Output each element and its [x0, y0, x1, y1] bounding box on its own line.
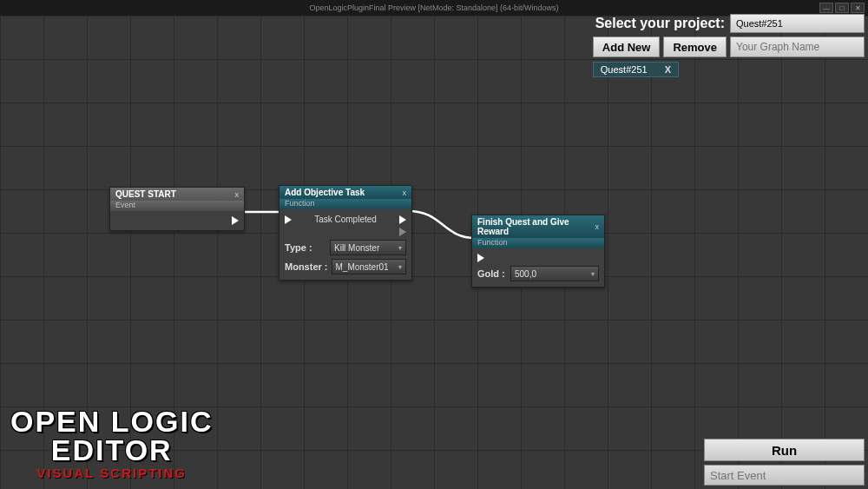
remove-button[interactable]: Remove: [663, 36, 727, 57]
close-button[interactable]: ✕: [851, 3, 865, 13]
node-title: Finish Quest and Give Reward: [477, 217, 595, 236]
start-event-input[interactable]: [704, 465, 865, 486]
tag-label: Quest#251: [601, 64, 648, 75]
field-label: Gold :: [477, 268, 507, 279]
logo: OPEN LOGIC EDITOR VISUAL SCRIPTING: [10, 407, 213, 480]
exec-in-pin[interactable]: [477, 254, 484, 262]
titlebar-text: OpenLogicPluginFinal Preview [NetMode: S…: [309, 3, 558, 12]
maximize-button[interactable]: □: [835, 3, 849, 13]
add-new-button[interactable]: Add New: [593, 36, 661, 57]
node-header[interactable]: QUEST START x: [110, 188, 244, 201]
run-button[interactable]: Run: [704, 439, 865, 461]
minimize-button[interactable]: —: [819, 3, 833, 13]
close-icon[interactable]: x: [595, 222, 600, 231]
field-monster: Monster : M_Monster01: [285, 257, 406, 276]
type-select[interactable]: Kill Monster: [330, 240, 406, 255]
close-icon[interactable]: x: [235, 190, 240, 199]
logo-line1: OPEN LOGIC: [10, 407, 213, 435]
graph-name-input[interactable]: [730, 36, 865, 57]
node-add-objective-task[interactable]: Add Objective Task x Function Task Compl…: [279, 185, 412, 281]
field-type: Type : Kill Monster: [285, 238, 406, 257]
project-input[interactable]: [730, 14, 865, 33]
select-project-label: Select your project:: [595, 16, 725, 31]
node-quest-start[interactable]: QUEST START x Event: [109, 187, 245, 231]
window-controls: — □ ✕: [819, 3, 865, 13]
node-finish-quest[interactable]: Finish Quest and Give Reward x Function …: [471, 215, 605, 287]
logo-subtitle: VISUAL SCRIPTING: [10, 466, 213, 480]
node-title: Add Objective Task: [285, 188, 365, 197]
node-body: [110, 211, 244, 230]
exec-out-label: Task Completed: [314, 215, 377, 224]
run-panel: Run: [704, 439, 865, 486]
project-tag[interactable]: Quest#251 X: [593, 62, 679, 77]
node-title: QUEST START: [115, 189, 176, 199]
monster-select[interactable]: M_Monster01: [332, 259, 407, 274]
node-header[interactable]: Finish Quest and Give Reward x: [472, 215, 604, 238]
logo-line2: EDITOR: [10, 436, 213, 464]
close-icon[interactable]: x: [403, 188, 407, 197]
node-body: Task Completed Type : Kill Monster Monst…: [279, 209, 411, 280]
tag-close-icon[interactable]: X: [665, 64, 671, 75]
node-body: Gold : 500,0: [472, 248, 604, 287]
gold-select[interactable]: 500,0: [510, 266, 599, 281]
exec-in-pin[interactable]: [285, 215, 292, 224]
field-label: Type :: [285, 242, 326, 253]
node-subtitle: Event: [110, 201, 244, 211]
node-subtitle: Function: [279, 199, 411, 209]
exec-out-pin[interactable]: [399, 215, 406, 224]
field-gold: Gold : 500,0: [477, 264, 599, 283]
exec-out-pin-2[interactable]: [399, 228, 406, 236]
node-header[interactable]: Add Objective Task x: [279, 186, 411, 199]
exec-out-pin[interactable]: [232, 216, 239, 225]
field-label: Monster :: [285, 261, 328, 272]
project-panel: Select your project: Add New Remove Ques…: [593, 14, 865, 77]
node-subtitle: Function: [472, 238, 604, 248]
